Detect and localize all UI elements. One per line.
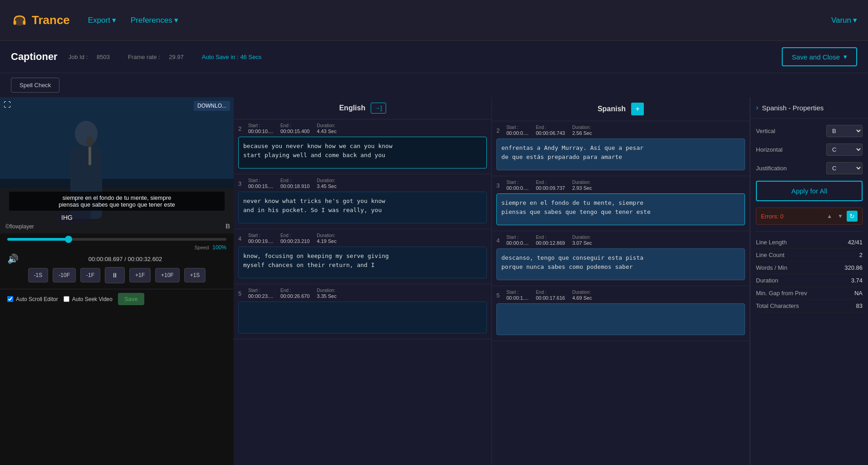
properties-title: Spanish - Properties	[762, 104, 824, 112]
spanish-caption-2-num: 2	[496, 127, 503, 134]
spanish-caption-5-text[interactable]	[496, 303, 745, 335]
vertical-row: Vertical B A C D	[756, 125, 863, 137]
properties-body: Vertical B A C D Horizontal C A B D Ju	[750, 119, 868, 465]
speed-value: 100%	[212, 244, 226, 251]
minus-10f-button[interactable]: -10F	[53, 268, 76, 282]
plus-10f-button[interactable]: +10F	[155, 268, 180, 282]
minus-1f-button[interactable]: -1F	[80, 268, 100, 282]
export-menu[interactable]: Export ▾	[88, 15, 116, 25]
spanish-caption-4: 4 Start : 00:00:0.... End : 00:00:12.869…	[492, 231, 750, 286]
english-column-title: English	[339, 104, 365, 112]
spanish-caption-5-time-info: Start : 00:00:1.... End : 00:00:17.616 D…	[506, 290, 745, 301]
save-close-button[interactable]: Save and Close ▾	[782, 47, 857, 66]
spanish-caption-4-time-info: Start : 00:00:0.... End : 00:00:12.869 D…	[506, 235, 745, 246]
spanish-caption-2: 2 Start : 00:00:0.... End : 00:00:06.743…	[492, 121, 750, 176]
english-caption-5-text[interactable]	[238, 302, 487, 333]
caption-2-num: 2	[238, 125, 245, 132]
logo-area: Trance	[11, 12, 70, 29]
spanish-add-button[interactable]: +	[631, 103, 644, 115]
properties-back-arrow[interactable]: ›	[756, 104, 758, 112]
english-column-header: English →]	[234, 97, 491, 119]
stat-total-chars: Total Characters 83	[756, 300, 863, 312]
plus-1s-button[interactable]: +1S	[184, 268, 206, 282]
caption-3-header: 3 Start : 00:00:15.... End : 00:00:18.91…	[238, 178, 487, 189]
progress-area	[0, 233, 234, 241]
caption-3-time-info: Start : 00:00:15.... End : 00:00:18.910 …	[248, 178, 487, 189]
spanish-caption-4-text[interactable]: descanso, tengo que conseguir esta pista…	[496, 248, 745, 280]
english-caption-3-text[interactable]: never know what tricks he's got you know…	[238, 192, 487, 223]
auto-seek-checkbox[interactable]	[64, 296, 69, 302]
fullscreen-icon[interactable]: ⛶	[4, 101, 11, 109]
spanish-caption-3: 3 Start : 00:00:0.... End : 00:00:09.737…	[492, 176, 750, 231]
auto-scroll-label[interactable]: Auto Scroll Editor	[7, 296, 58, 302]
progress-bar[interactable]	[7, 238, 226, 241]
error-prev-button[interactable]: ▲	[825, 212, 834, 220]
caption-4-time-info: Start : 00:00:19.... End : 00:00:23.210 …	[248, 233, 487, 244]
vertical-label: Vertical	[756, 128, 775, 134]
stat-line-length: Line Length 42/41	[756, 236, 863, 249]
duration-label: Duration	[756, 277, 778, 284]
spanish-caption-2-header: 2 Start : 00:00:0.... End : 00:00:06.743…	[496, 125, 745, 136]
spanish-column: Spanish + 2 Start : 00:00:0.... End : 00…	[492, 97, 750, 465]
auto-seek-label[interactable]: Auto Seek Video	[64, 296, 113, 302]
logo-text: Trance	[32, 13, 70, 27]
svg-point-6	[75, 121, 98, 146]
justification-select[interactable]: C L R	[826, 162, 863, 174]
line-length-label: Line Length	[756, 239, 787, 246]
caption-2-header: 2 Start : 00:00:10.... End : 00:00:15.40…	[238, 123, 487, 134]
preferences-menu[interactable]: Preferences ▾	[131, 15, 178, 25]
stat-line-count: Line Count 2	[756, 249, 863, 262]
svg-point-11	[86, 136, 93, 147]
svg-rect-2	[23, 20, 26, 25]
logo-icon	[11, 12, 28, 29]
spanish-caption-3-text[interactable]: siempre en el fondo de tu mente, siempre…	[496, 193, 745, 225]
user-menu[interactable]: Varun ▾	[831, 15, 857, 25]
min-gap-value: NA	[854, 290, 863, 297]
video-subtitle: siempre en el fondo de tu mente, siempre…	[9, 192, 225, 211]
words-per-min-value: 320.86	[844, 264, 863, 271]
spanish-caption-2-time-info: Start : 00:00:0.... End : 00:00:06.743 D…	[506, 125, 745, 136]
caption-3-num: 3	[238, 180, 245, 187]
save-video-button[interactable]: Save	[118, 293, 144, 305]
time-display: 00:00:08.697 / 00:00:32.602	[24, 256, 226, 262]
subheader: Captioner Job Id : 8503 Frame rate : 29.…	[0, 41, 868, 73]
volume-icon[interactable]: 🔊	[7, 253, 19, 264]
plus-1f-button[interactable]: +1F	[129, 268, 151, 282]
video-placeholder: IHG DOWNLO... ⛶ siempre en el fondo de t…	[0, 97, 234, 233]
autosave-label: Auto Save in : 46 Secs	[202, 54, 262, 60]
line-count-value: 2	[859, 252, 863, 258]
english-caption-5: 5 Start : 00:00:23.... End : 00:00:26.67…	[234, 284, 491, 339]
vertical-select[interactable]: B A C D	[826, 125, 863, 137]
errors-label: Errors: 0	[761, 213, 823, 220]
caption-5-num: 5	[238, 290, 245, 297]
progress-thumb[interactable]	[65, 236, 72, 243]
apply-all-button[interactable]: Apply for All	[756, 181, 863, 201]
speed-row: Speed 100%	[7, 244, 226, 251]
error-next-button[interactable]: ▼	[836, 212, 845, 220]
errors-row: Errors: 0 ▲ ▼ ↻	[756, 208, 863, 225]
auto-scroll-checkbox[interactable]	[7, 296, 13, 302]
english-caption-2: 2 Start : 00:00:10.... End : 00:00:15.40…	[234, 119, 491, 174]
english-caption-2-text[interactable]: because you never know how we can you kn…	[238, 137, 487, 168]
svg-text:IHG: IHG	[61, 214, 73, 221]
english-caption-4-text[interactable]: know, focusing on keeping my serve givin…	[238, 247, 487, 278]
spell-check-button[interactable]: Spell Check	[11, 78, 59, 93]
main-content: IHG DOWNLO... ⛶ siempre en el fondo de t…	[0, 97, 868, 465]
caption-4-header: 4 Start : 00:00:19.... End : 00:00:23.21…	[238, 233, 487, 244]
refresh-button[interactable]: ↻	[847, 211, 858, 222]
spanish-caption-2-text[interactable]: enfrentas a Andy Murray. Así que a pesar…	[496, 139, 745, 170]
minus-1s-button[interactable]: -1S	[28, 268, 49, 282]
pause-button[interactable]: ⏸	[105, 267, 125, 283]
line-count-label: Line Count	[756, 252, 785, 258]
total-chars-value: 83	[856, 302, 863, 309]
video-panel: IHG DOWNLO... ⛶ siempre en el fondo de t…	[0, 97, 234, 465]
stat-min-gap: Min. Gap from Prev NA	[756, 287, 863, 300]
caption-5-header: 5 Start : 00:00:23.... End : 00:00:26.67…	[238, 288, 487, 299]
stat-words-per-min: Words / Min 320.86	[756, 262, 863, 274]
horizontal-select[interactable]: C A B D	[826, 143, 863, 156]
english-action-button[interactable]: →]	[371, 103, 386, 114]
spanish-caption-4-num: 4	[496, 237, 503, 244]
progress-fill	[7, 238, 69, 241]
spanish-caption-5-num: 5	[496, 292, 503, 299]
spanish-column-title: Spanish	[598, 105, 626, 113]
